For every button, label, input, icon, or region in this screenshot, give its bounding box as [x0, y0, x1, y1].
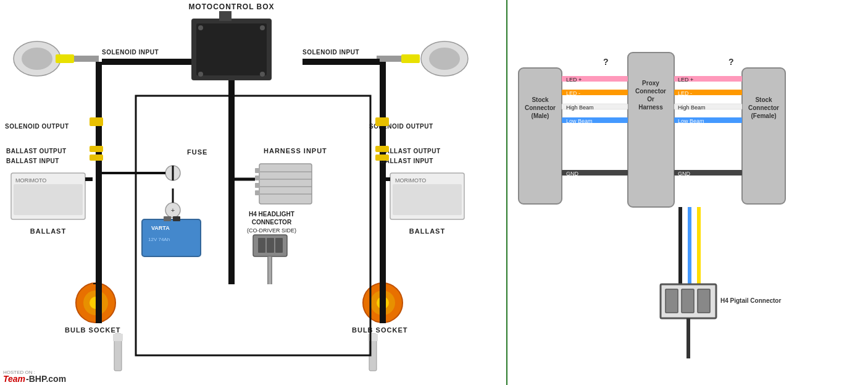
svg-text:Connector: Connector	[748, 104, 779, 111]
svg-text:LED -: LED -	[678, 90, 692, 96]
svg-text:Low Beam: Low Beam	[678, 118, 704, 124]
svg-point-14	[429, 48, 460, 70]
svg-text:GND: GND	[566, 171, 579, 177]
svg-text:12V 74Ah: 12V 74Ah	[148, 237, 170, 242]
svg-text:Low Beam: Low Beam	[566, 118, 593, 124]
svg-text:BALLAST: BALLAST	[409, 227, 445, 235]
svg-text:BALLAST  OUTPUT: BALLAST OUTPUT	[6, 148, 67, 154]
svg-text:?: ?	[603, 57, 609, 67]
svg-text:GND: GND	[678, 171, 691, 177]
svg-rect-76	[275, 238, 283, 253]
svg-text:SOLENOID  INPUT: SOLENOID INPUT	[102, 49, 159, 56]
svg-rect-102	[519, 68, 562, 204]
svg-text:VARTA: VARTA	[151, 225, 170, 231]
svg-text:Harness: Harness	[638, 104, 663, 111]
svg-text:BALLAST  OUTPUT: BALLAST OUTPUT	[380, 148, 441, 154]
svg-rect-145	[682, 289, 694, 313]
svg-rect-84	[113, 334, 123, 341]
svg-text:MORIMOTO: MORIMOTO	[395, 177, 426, 184]
svg-rect-16	[377, 56, 401, 62]
svg-rect-32	[90, 154, 103, 161]
svg-rect-52	[173, 216, 180, 221]
svg-text:Or: Or	[647, 96, 654, 103]
svg-rect-66	[255, 183, 260, 188]
svg-rect-65	[255, 176, 260, 180]
svg-rect-33	[375, 146, 389, 152]
svg-text:(Male): (Male)	[532, 112, 549, 119]
svg-text:Connector: Connector	[635, 88, 666, 95]
svg-rect-3	[196, 23, 267, 75]
svg-text:BULB SOCKET: BULB SOCKET	[352, 326, 407, 334]
svg-text:LED +: LED +	[566, 77, 582, 83]
svg-text:H4 Pigtail Connector: H4 Pigtail Connector	[720, 297, 781, 304]
svg-text:HARNESS  INPUT: HARNESS INPUT	[264, 147, 327, 154]
svg-text:?: ?	[728, 57, 734, 67]
svg-text:BULB SOCKET: BULB SOCKET	[65, 326, 120, 334]
svg-text:BALLAST  INPUT: BALLAST INPUT	[6, 158, 59, 164]
svg-rect-67	[255, 190, 260, 195]
svg-text:(CO-DRIVER SIDE): (CO-DRIVER SIDE)	[247, 227, 296, 234]
svg-text:Stock: Stock	[532, 96, 549, 103]
svg-text:MOTOCONTROL BOX: MOTOCONTROL BOX	[188, 2, 274, 11]
svg-rect-15	[401, 54, 420, 63]
svg-rect-74	[258, 238, 265, 253]
svg-text:Team: Team	[3, 374, 25, 384]
svg-text:Connector: Connector	[525, 104, 556, 111]
svg-rect-51	[164, 216, 171, 221]
svg-text:High Beam: High Beam	[566, 104, 594, 111]
svg-text:Proxy: Proxy	[642, 80, 659, 87]
svg-rect-25	[90, 117, 103, 126]
svg-text:SOLENOID  OUTPUT: SOLENOID OUTPUT	[5, 123, 69, 130]
svg-point-5	[260, 25, 265, 30]
svg-point-7	[260, 72, 265, 77]
svg-rect-34	[375, 154, 389, 161]
svg-rect-75	[267, 238, 274, 253]
svg-rect-12	[74, 56, 99, 62]
svg-rect-37	[14, 184, 83, 215]
svg-rect-31	[90, 146, 103, 152]
svg-text:Stock: Stock	[755, 96, 772, 103]
left-wiring-diagram: MOTOCONTROL BOX SOLENOID INPUT SOLENOID …	[0, 0, 506, 385]
svg-rect-111	[742, 68, 785, 204]
svg-text:LED -: LED -	[566, 90, 580, 96]
svg-text:SOLENOID  INPUT: SOLENOID INPUT	[303, 49, 359, 56]
svg-point-6	[198, 72, 203, 77]
svg-text:+: +	[171, 206, 175, 214]
svg-point-10	[22, 48, 52, 70]
svg-text:FUSE: FUSE	[187, 148, 207, 156]
svg-rect-144	[666, 289, 678, 313]
svg-point-4	[198, 25, 203, 30]
svg-text:-BHP.com: -BHP.com	[26, 374, 66, 384]
svg-text:H4  HEADLIGHT: H4 HEADLIGHT	[249, 211, 294, 218]
svg-text:High Beam: High Beam	[678, 104, 706, 111]
svg-rect-11	[56, 54, 74, 63]
svg-text:CONNECTOR: CONNECTOR	[252, 219, 292, 226]
svg-rect-59	[259, 164, 312, 204]
svg-text:MORIMOTO: MORIMOTO	[15, 177, 46, 184]
svg-rect-64	[255, 168, 260, 173]
right-connector-diagram: Wiring Harness Changes Required to maint…	[506, 0, 868, 385]
svg-rect-2	[219, 11, 232, 21]
svg-rect-106	[628, 53, 674, 207]
svg-text:(Female): (Female)	[751, 112, 776, 119]
svg-rect-146	[698, 289, 710, 313]
svg-rect-91	[368, 334, 378, 341]
svg-text:BALLAST: BALLAST	[30, 227, 66, 235]
svg-rect-41	[393, 184, 462, 215]
svg-rect-26	[375, 117, 389, 126]
svg-text:LED +: LED +	[678, 77, 693, 83]
